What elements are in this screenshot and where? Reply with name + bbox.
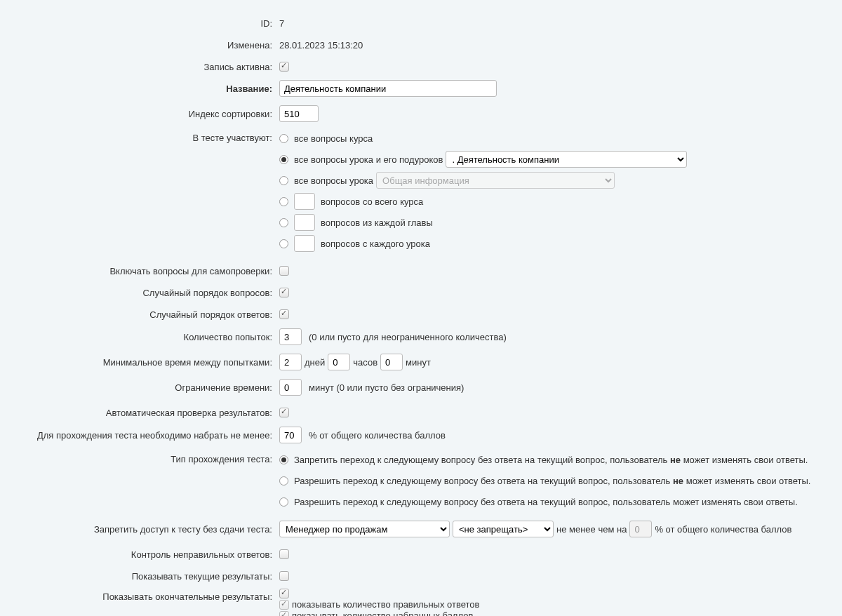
radio-n-course[interactable]	[279, 197, 288, 206]
label-modified: Изменена:	[18, 40, 279, 51]
chapter-select[interactable]: Общая информация	[376, 172, 615, 189]
timelimit-hint: минут (0 или пусто без ограничения)	[309, 382, 464, 393]
days-label: дней	[305, 357, 325, 368]
radio-n-course-label: вопросов со всего курса	[321, 196, 423, 207]
showfinal-sub2-checkbox[interactable]	[279, 611, 289, 617]
radio-n-lesson[interactable]	[279, 239, 288, 248]
attempts-input[interactable]	[279, 328, 302, 345]
prereq-test-select[interactable]: Менеджер по продажам	[279, 521, 450, 537]
n-lesson-input[interactable]	[294, 235, 315, 252]
label-wrongctrl: Контроль неправильных ответов:	[18, 549, 279, 560]
passscore-hint: % от общего количества баллов	[309, 430, 446, 441]
showfinal-sub1-checkbox[interactable]	[279, 600, 289, 610]
radio-all-course-label: все вопросы курса	[294, 133, 373, 144]
lesson-select[interactable]: . Деятельность компании	[446, 151, 687, 168]
passtype-3-label: Разрешить переход к следующему вопросу б…	[294, 497, 798, 507]
label-interval: Минимальное время между попытками:	[18, 357, 279, 368]
name-input[interactable]	[279, 80, 497, 97]
minutes-label: минут	[406, 357, 431, 368]
label-in-test: В тесте участвуют:	[18, 130, 279, 143]
hours-label: часов	[353, 357, 377, 368]
radio-all-course[interactable]	[279, 134, 288, 143]
label-prereq: Запретить доступ к тесту без сдачи теста…	[18, 524, 279, 535]
label-autocheck: Автоматическая проверка результатов:	[18, 408, 279, 418]
radio-all-chapter-label: все вопросы урока	[294, 175, 373, 186]
radio-passtype-2[interactable]	[279, 476, 288, 486]
label-sort-index: Индекс сортировки:	[18, 109, 279, 119]
wrongctrl-checkbox[interactable]	[279, 549, 289, 559]
randa-checkbox[interactable]	[279, 309, 289, 319]
label-attempts: Количество попыток:	[18, 332, 279, 342]
showfinal-sub2-label: показывать количество набранных баллов	[292, 610, 473, 616]
label-randq: Случайный порядок вопросов:	[18, 288, 279, 298]
label-passtype: Тип прохождения теста:	[18, 451, 279, 464]
sort-index-input[interactable]	[279, 105, 319, 122]
showcurrent-checkbox[interactable]	[279, 571, 289, 581]
label-passscore: Для прохождения теста необходимо набрать…	[18, 430, 279, 441]
prereq-mid-label: не менее чем на	[556, 524, 627, 535]
prereq-end-label: % от общего количества баллов	[655, 524, 791, 535]
radio-all-lesson-label: все вопросы урока и его подуроков	[294, 154, 443, 165]
label-id: ID:	[18, 18, 279, 29]
label-randa: Случайный порядок ответов:	[18, 309, 279, 320]
showfinal-sub1-label: показывать количество правильных ответов	[292, 599, 479, 610]
prereq-pct-input[interactable]	[629, 521, 652, 537]
radio-n-lesson-label: вопросов с каждого урока	[321, 239, 430, 249]
interval-days-input[interactable]	[279, 354, 302, 370]
label-showcurrent: Показывать текущие результаты:	[18, 571, 279, 582]
n-chapter-input[interactable]	[294, 214, 315, 231]
radio-n-chapter-label: вопросов из каждой главы	[321, 217, 433, 228]
timelimit-input[interactable]	[279, 379, 302, 396]
passscore-input[interactable]	[279, 427, 302, 443]
radio-n-chapter[interactable]	[279, 218, 288, 227]
radio-all-chapter[interactable]	[279, 176, 288, 185]
radio-all-lesson[interactable]	[279, 155, 288, 164]
passtype-1-label: Запретить переход к следующему вопросу б…	[294, 455, 808, 465]
radio-passtype-1[interactable]	[279, 455, 288, 464]
label-selfcheck: Включать вопросы для самопроверки:	[18, 266, 279, 276]
passtype-2-label: Разрешить переход к следующему вопросу б…	[294, 476, 810, 486]
interval-hours-input[interactable]	[328, 354, 350, 370]
value-id: 7	[279, 18, 284, 29]
autocheck-checkbox[interactable]	[279, 408, 289, 417]
value-modified: 28.01.2023 15:13:20	[279, 40, 363, 51]
selfcheck-checkbox[interactable]	[279, 266, 289, 276]
interval-minutes-input[interactable]	[380, 354, 403, 370]
prereq-mode-select[interactable]: <не запрещать>	[453, 521, 554, 537]
n-course-input[interactable]	[294, 193, 315, 210]
attempts-hint: (0 или пусто для неограниченного количес…	[309, 332, 507, 342]
showfinal-checkbox[interactable]	[279, 589, 289, 598]
radio-passtype-3[interactable]	[279, 497, 288, 507]
label-active: Запись активна:	[18, 62, 279, 72]
label-name: Название:	[18, 83, 279, 94]
label-timelimit: Ограничение времени:	[18, 382, 279, 393]
randq-checkbox[interactable]	[279, 288, 289, 297]
label-showfinal: Показывать окончательные результаты:	[18, 589, 279, 602]
active-checkbox[interactable]	[279, 62, 289, 72]
